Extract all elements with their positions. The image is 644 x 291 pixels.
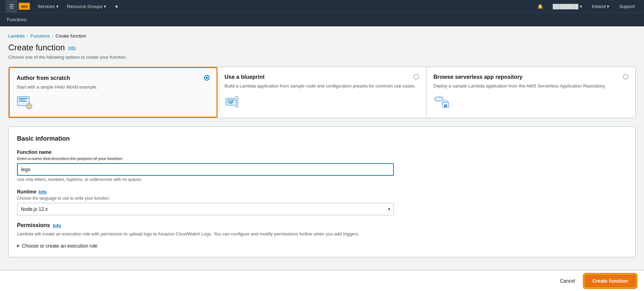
option-scratch-desc: Start with a simple Hello World example. [17, 84, 210, 90]
account-menu[interactable]: ████████ ▾ [549, 0, 586, 13]
basic-information-section: Basic information Function name Enter a … [8, 126, 636, 257]
aws-logo: aws [19, 3, 30, 10]
permissions-section: Permissions Info Lambda will create an e… [17, 222, 627, 249]
runtime-info-link[interactable]: Info [39, 189, 47, 194]
runtime-hint: Choose the language to use to write your… [17, 196, 627, 201]
resource-groups-menu[interactable]: Resource Groups ▾ [63, 0, 110, 13]
function-name-input[interactable] [17, 163, 394, 176]
chevron-down-icon: ▾ [104, 4, 106, 9]
breadcrumb: Lambda › Functions › Create function [8, 33, 636, 39]
option-browse-serverless[interactable]: Browse serverless app repository Deploy … [426, 67, 635, 118]
top-navigation: ☰ aws Services ▾ Resource Groups ▾ ★ 🔔 █… [0, 0, 644, 13]
permissions-title: Permissions Info [17, 222, 627, 228]
svg-rect-3 [19, 101, 27, 102]
breadcrumb-functions[interactable]: Functions [30, 33, 50, 39]
main-content: Lambda › Functions › Create function Cre… [0, 26, 644, 270]
option-author-from-scratch[interactable]: Author from scratch Start with a simple … [9, 67, 218, 118]
star-icon: ★ [115, 4, 119, 9]
option-serverless-desc: Deploy a sample Lambda application from … [433, 83, 628, 89]
notifications-button[interactable]: 🔔 [534, 0, 546, 13]
bookmarks-button[interactable]: ★ [111, 0, 122, 13]
chevron-down-icon: ▾ [607, 4, 609, 9]
function-name-note: Use only letters, numbers, hyphens, or u… [17, 177, 627, 182]
runtime-label: Runtime Info [17, 189, 627, 194]
svg-rect-14 [444, 105, 447, 107]
hamburger-icon: ☰ [9, 3, 14, 9]
option-scratch-title: Author from scratch [17, 75, 210, 81]
breadcrumb-lambda[interactable]: Lambda [8, 33, 25, 39]
serverless-icon [433, 95, 451, 109]
support-menu[interactable]: Support [616, 0, 638, 13]
svg-rect-1 [19, 98, 28, 99]
basic-info-title: Basic information [17, 135, 627, 142]
runtime-group: Runtime Info Choose the language to use … [17, 189, 627, 215]
breadcrumb-current: Create function [56, 33, 86, 39]
bell-icon: 🔔 [537, 4, 543, 9]
page-subtitle: Choose one of the following options to c… [8, 55, 636, 60]
option-use-blueprint[interactable]: Use a blueprint Build a Lambda applicati… [218, 67, 426, 118]
svg-rect-9 [227, 100, 235, 100]
svg-rect-2 [19, 100, 26, 100]
secondary-navigation: Functions [0, 13, 644, 26]
chevron-down-icon: ▾ [56, 4, 59, 9]
function-name-hint: Enter a name that describes the purpose … [17, 156, 627, 161]
svg-point-4 [26, 103, 32, 109]
runtime-select-wrapper: Node.js 12.x Node.js 10.x Python 3.8 Pyt… [17, 203, 394, 215]
option-radio-blueprint [414, 74, 419, 80]
creation-options-grid: Author from scratch Start with a simple … [8, 67, 636, 118]
permissions-info-link[interactable]: Info [53, 223, 61, 228]
function-name-group: Function name Enter a name that describe… [17, 149, 627, 182]
permissions-description: Lambda will create an execution role wit… [17, 231, 627, 238]
chevron-down-icon: ▾ [580, 4, 582, 9]
option-radio-serverless [623, 74, 628, 80]
blueprint-icon [224, 95, 242, 109]
function-name-label: Function name [17, 149, 627, 155]
execution-role-collapsible[interactable]: ▶ Choose or create an execution role [17, 243, 627, 249]
page-info-link[interactable]: Info [68, 45, 76, 50]
region-menu[interactable]: Ireland ▾ [588, 0, 613, 13]
runtime-select[interactable]: Node.js 12.x Node.js 10.x Python 3.8 Pyt… [17, 203, 394, 215]
collapsible-arrow-icon: ▶ [17, 243, 20, 248]
scratch-icon [17, 96, 34, 110]
breadcrumb-separator-2: › [52, 33, 53, 39]
option-radio-scratch [204, 75, 210, 81]
option-serverless-title: Browse serverless app repository [433, 74, 628, 80]
svg-rect-11 [227, 102, 234, 103]
option-blueprint-title: Use a blueprint [224, 74, 419, 80]
breadcrumb-separator-1: › [27, 33, 28, 39]
option-blueprint-desc: Build a Lambda application from sample c… [224, 83, 419, 89]
services-menu[interactable]: Services ▾ [34, 0, 62, 13]
hamburger-button[interactable]: ☰ [6, 0, 17, 13]
page-title: Create function Info [8, 43, 636, 52]
functions-nav-item[interactable]: Functions [7, 14, 30, 26]
